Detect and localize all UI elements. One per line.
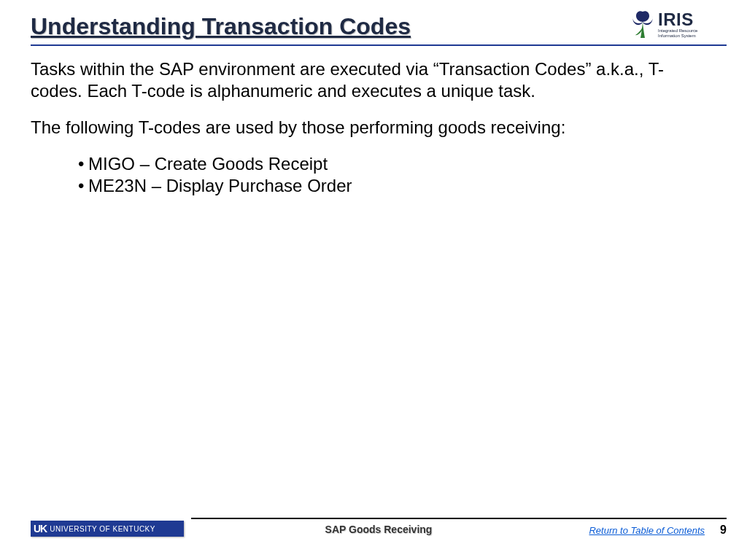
paragraph-2: The following T-codes are used by those … — [31, 117, 703, 139]
body-content: Tasks within the SAP environment are exe… — [31, 58, 703, 197]
header: Understanding Transaction Codes — [31, 13, 727, 46]
slide: IRIS Integrated Resource Information Sys… — [0, 0, 747, 560]
footer-rule — [191, 518, 727, 519]
bullet-list: MIGO – Create Goods Receipt ME23N – Disp… — [78, 153, 703, 197]
page-title: Understanding Transaction Codes — [31, 13, 727, 46]
list-item: MIGO – Create Goods Receipt — [78, 153, 703, 175]
footer: UK UNIVERSITY OF KENTUCKY SAP Goods Rece… — [31, 518, 727, 542]
paragraph-1: Tasks within the SAP environment are exe… — [31, 58, 703, 102]
toc-link[interactable]: Return to Table of Contents — [589, 525, 705, 536]
page-number: 9 — [720, 524, 727, 537]
list-item: ME23N – Display Purchase Order — [78, 175, 703, 197]
